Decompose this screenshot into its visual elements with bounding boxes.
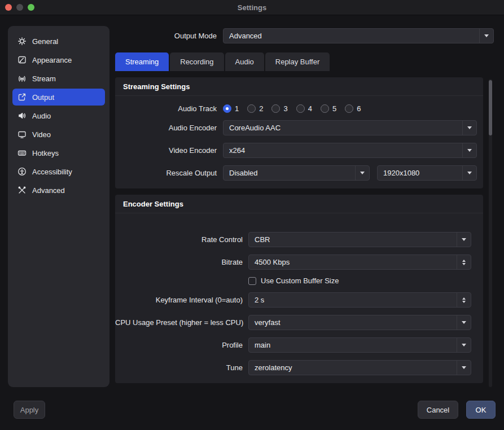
video-icon (17, 130, 27, 139)
cpu-usage-preset-row: CPU Usage Preset (higher = less CPU) ver… (115, 315, 483, 330)
radio-label: 5 (332, 104, 336, 113)
accessibility-icon (17, 167, 27, 176)
tune-value: zerolatency (249, 363, 457, 372)
hotkeys-icon (17, 148, 27, 157)
rescale-resolution-value: 1920x1080 (378, 169, 462, 177)
cpu-usage-preset-value: veryfast (249, 318, 457, 327)
tab-replay-buffer[interactable]: Replay Buffer (265, 52, 330, 71)
minimize-button[interactable] (16, 4, 23, 11)
advanced-icon (17, 186, 27, 195)
sidebar-item-appearance[interactable]: Appearance (12, 51, 105, 68)
spinner-arrows-icon (457, 255, 471, 269)
chevron-down-icon (457, 232, 471, 247)
scrollbar[interactable] (489, 79, 492, 387)
audio-encoder-label: Audio Encoder (115, 124, 217, 132)
sidebar-item-label: Hotkeys (32, 149, 59, 157)
sidebar-item-label: Audio (32, 112, 51, 120)
sidebar-item-hotkeys[interactable]: Hotkeys (12, 144, 105, 161)
keyframe-interval-spinner[interactable]: 2 s (248, 292, 471, 308)
gear-icon (17, 37, 27, 46)
tune-row: Tune zerolatency (115, 360, 483, 375)
profile-row: Profile main (115, 337, 483, 353)
chevron-down-icon (462, 166, 476, 180)
zoom-button[interactable] (28, 4, 34, 11)
keyframe-interval-row: Keyframe Interval (0=auto) 2 s (115, 292, 483, 308)
window-title: Settings (238, 3, 266, 12)
titlebar: Settings (0, 0, 504, 15)
encoder-settings-title: Encoder Settings (115, 195, 483, 213)
audio-encoder-select[interactable]: CoreAudio AAC (223, 120, 477, 135)
rate-control-value: CBR (249, 235, 457, 244)
appearance-icon (17, 55, 27, 64)
output-mode-label: Output Mode (115, 32, 217, 40)
rescale-resolution-select[interactable]: 1920x1080 (377, 165, 477, 181)
bitrate-label: Bitrate (115, 258, 243, 266)
audio-track-row: Audio Track 1 2 3 4 5 6 (115, 104, 483, 113)
sidebar-item-label: Accessibility (32, 168, 72, 176)
main-content: Output Mode Advanced Streaming Recording… (115, 26, 494, 383)
profile-select[interactable]: main (248, 337, 471, 353)
radio-label: 1 (235, 104, 239, 113)
sidebar-item-accessibility[interactable]: Accessibility (12, 163, 105, 180)
radio-icon (296, 104, 305, 113)
audio-track-radio-5[interactable]: 5 (321, 104, 336, 113)
apply-button[interactable]: Apply (14, 401, 45, 419)
rate-control-select[interactable]: CBR (248, 232, 471, 247)
rescale-output-value: Disabled (223, 169, 355, 177)
chevron-down-icon (462, 143, 476, 157)
bitrate-row: Bitrate 4500 Kbps (115, 255, 483, 270)
sidebar-item-advanced[interactable]: Advanced (12, 182, 105, 199)
sidebar-item-label: Advanced (32, 186, 65, 195)
sidebar-item-video[interactable]: Video (12, 126, 105, 143)
audio-encoder-row: Audio Encoder CoreAudio AAC (115, 120, 483, 135)
bitrate-value: 4500 Kbps (249, 258, 457, 266)
audio-track-radio-6[interactable]: 6 (345, 104, 361, 113)
cpu-usage-preset-select[interactable]: veryfast (248, 315, 471, 330)
scrollbar-thumb[interactable] (489, 80, 492, 135)
output-mode-select[interactable]: Advanced (223, 28, 494, 43)
radio-label: 3 (283, 104, 287, 113)
tune-select[interactable]: zerolatency (248, 360, 471, 375)
audio-encoder-value: CoreAudio AAC (223, 124, 462, 132)
window-controls (5, 4, 34, 11)
tab-streaming[interactable]: Streaming (115, 52, 169, 71)
radio-label: 6 (357, 104, 361, 113)
output-tabs: Streaming Recording Audio Replay Buffer (115, 52, 494, 71)
tab-label: Replay Buffer (275, 58, 320, 66)
sidebar-item-label: Video (32, 130, 51, 139)
radio-icon (271, 104, 280, 113)
sidebar-item-output[interactable]: Output (12, 89, 105, 106)
bitrate-spinner[interactable]: 4500 Kbps (248, 255, 471, 270)
audio-track-radio-3[interactable]: 3 (271, 104, 287, 113)
streaming-settings-panel: Streaming Settings Audio Track 1 2 3 4 5… (115, 77, 483, 188)
sidebar-item-label: Appearance (32, 56, 72, 64)
settings-sidebar: General Appearance Stream Output Audio V… (8, 26, 109, 387)
sidebar-item-audio[interactable]: Audio (12, 107, 105, 124)
sidebar-item-general[interactable]: General (12, 33, 105, 50)
tab-recording[interactable]: Recording (170, 52, 223, 71)
rate-control-label: Rate Control (115, 235, 243, 244)
rescale-output-row: Rescale Output Disabled 1920x1080 (115, 165, 483, 181)
audio-track-label: Audio Track (115, 104, 217, 113)
cancel-button[interactable]: Cancel (418, 401, 458, 419)
output-icon (17, 93, 27, 102)
audio-track-radio-4[interactable]: 4 (296, 104, 312, 113)
close-button[interactable] (5, 4, 12, 11)
spinner-arrows-icon (457, 293, 471, 307)
chevron-down-icon (355, 166, 369, 180)
rescale-output-select[interactable]: Disabled (223, 165, 370, 181)
chevron-down-icon (457, 315, 471, 330)
tab-audio[interactable]: Audio (225, 52, 264, 71)
video-encoder-row: Video Encoder x264 (115, 143, 483, 158)
use-custom-buffer-checkbox[interactable] (248, 277, 256, 285)
audio-track-radio-1[interactable]: 1 (223, 104, 239, 113)
rescale-output-label: Rescale Output (115, 169, 217, 177)
video-encoder-select[interactable]: x264 (223, 143, 477, 158)
chevron-down-icon (479, 29, 493, 43)
sidebar-item-label: Output (32, 93, 54, 102)
sidebar-item-stream[interactable]: Stream (12, 70, 105, 87)
streaming-settings-title: Streaming Settings (115, 77, 483, 96)
ok-button[interactable]: OK (466, 401, 496, 419)
audio-track-radio-2[interactable]: 2 (247, 104, 263, 113)
chevron-down-icon (457, 338, 471, 352)
